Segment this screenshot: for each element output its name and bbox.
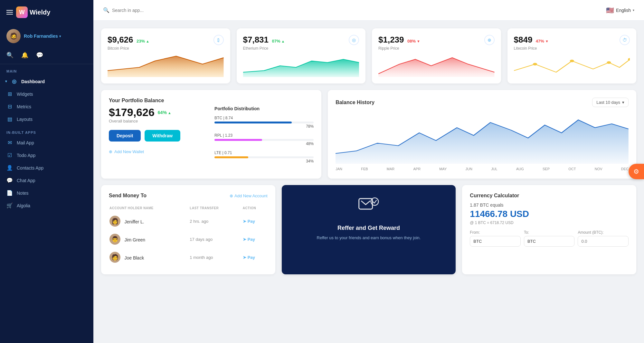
litecoin-icon-btn[interactable]: ⏱: [620, 35, 630, 45]
recipient-avatar: 🧑: [109, 252, 120, 263]
sidebar-item-label: Contacts App: [17, 165, 43, 171]
chevron-down-icon: ▾: [633, 8, 634, 12]
pay-button[interactable]: ➤ Pay: [243, 237, 267, 242]
last-transfer-time: 1 month ago: [190, 249, 242, 266]
currency-selects: From: BTCETHLTCUSD To: BTCETHLTCUSD Amou…: [470, 230, 629, 247]
ripple-chart: [378, 54, 495, 77]
dist-rpl: RPL | 1.23 48%: [214, 133, 314, 146]
plus-circle-icon: ⊕: [109, 149, 112, 154]
settings-fab[interactable]: ⚙: [629, 164, 644, 179]
add-account-link[interactable]: ⊕ Add New Account: [230, 193, 268, 198]
btc-rate: @ 1 BTC = 6718.72 USD: [470, 220, 629, 225]
bitcoin-chart: [108, 54, 224, 77]
amount-group: Amount (BTC):: [578, 230, 629, 247]
bitcoin-price: $9,626: [108, 35, 133, 44]
sidebar-item-mail[interactable]: ✉ Mail App: [0, 136, 93, 149]
svg-marker-0: [108, 56, 224, 77]
sidebar-action-icons: 🔍 🔔 💬: [0, 48, 93, 64]
pay-button[interactable]: ➤ Pay: [243, 255, 267, 260]
dist-title: Portfolio Distribution: [214, 106, 314, 111]
ripple-price: $1,239: [378, 35, 404, 44]
col-account-holder: Account Holder Name: [109, 204, 189, 212]
amount-input[interactable]: [578, 236, 629, 247]
sidebar-item-label: Dashboard: [21, 79, 45, 84]
svg-point-5: [607, 61, 611, 64]
from-label: From:: [470, 230, 521, 235]
send-money-table: Account Holder Name Last Transfer Action…: [109, 204, 268, 267]
ethereum-chart: [243, 54, 359, 77]
refer-icon: [357, 194, 380, 220]
to-label: To:: [524, 230, 575, 235]
ethereum-icon-btn[interactable]: ◎: [349, 35, 359, 45]
sidebar-item-label: Chat App: [17, 178, 35, 183]
message-icon[interactable]: 💬: [36, 52, 43, 59]
currency-calculator-card: Currency Calculator 1.87 BTC equals 1146…: [462, 185, 636, 274]
search-input[interactable]: [112, 8, 601, 13]
balance-history-months: JAN FEB MAR APR MAY JUN JUL AUG SEP OCT …: [336, 165, 629, 171]
language-selector[interactable]: 🇺🇸 English ▾: [606, 6, 634, 14]
send-money-card: Send Money To ⊕ Add New Account Account …: [101, 185, 275, 274]
svg-marker-2: [378, 58, 495, 77]
bitcoin-name: Bitcoin Price: [108, 46, 149, 51]
dashboard: $9,626 23% Bitcoin Price ₿: [93, 21, 644, 343]
balance-history-title: Balance History: [336, 100, 374, 105]
from-currency-select[interactable]: BTCETHLTCUSD: [470, 236, 521, 247]
sidebar-item-dashboard[interactable]: ▾ ◎ Dashboard: [0, 75, 93, 88]
sidebar-item-metrics[interactable]: ⊟ Metrics: [0, 100, 93, 113]
sidebar-item-notes[interactable]: 📄 Notes: [0, 187, 93, 199]
hamburger-icon[interactable]: [6, 10, 13, 15]
pay-button[interactable]: ➤ Pay: [243, 219, 267, 224]
logo-icon: W: [16, 6, 28, 18]
recipient-name: 👩 Jeniffer L.: [109, 212, 189, 230]
notification-icon[interactable]: 🔔: [21, 52, 28, 59]
sidebar-item-todo[interactable]: ☑ Todo App: [0, 149, 93, 162]
sidebar: W Wieldy 🧔 Rob Farnandies 🔍 🔔 💬 Main ▾ ◎…: [0, 0, 93, 343]
bitcoin-icon-btn[interactable]: ₿: [213, 35, 224, 45]
to-currency-select[interactable]: BTCETHLTCUSD: [524, 236, 575, 247]
search-icon[interactable]: 🔍: [6, 52, 14, 59]
algolia-icon: 🛒: [6, 202, 13, 209]
usd-amount: 11466.78 USD: [470, 209, 629, 219]
bottom-row: Send Money To ⊕ Add New Account Account …: [101, 185, 636, 274]
sidebar-item-chat[interactable]: 💬 Chat App: [0, 174, 93, 187]
user-name[interactable]: Rob Farnandies: [24, 34, 61, 39]
sidebar-item-label: Notes: [17, 191, 29, 196]
refer-text: Reffer us to your friends and earn bonus…: [317, 235, 421, 241]
svg-rect-8: [359, 199, 373, 209]
ethereum-card: $7,831 07% Etherium Price ◎: [237, 28, 366, 83]
flag-icon: 🇺🇸: [606, 6, 614, 14]
recipient-avatar: 👩: [109, 216, 120, 227]
sidebar-item-label: Layouts: [17, 117, 33, 122]
balance-history-filter[interactable]: Last 10 days ▾: [592, 98, 629, 107]
sidebar-item-contacts[interactable]: 👤 Contacts App: [0, 162, 93, 174]
btc-equals-label: 1.87 BTC equals: [470, 202, 629, 208]
metrics-icon: ⊟: [6, 103, 13, 110]
sidebar-item-label: Todo App: [17, 153, 35, 158]
to-currency-group: To: BTCETHLTCUSD: [524, 230, 575, 247]
sidebar-item-widgets[interactable]: ⊞ Widgets: [0, 88, 93, 100]
svg-marker-7: [336, 120, 629, 164]
withdraw-button[interactable]: Withdraw: [145, 130, 180, 142]
bitcoin-card: $9,626 23% Bitcoin Price ₿: [101, 28, 230, 83]
chevron-icon: ▾: [5, 79, 7, 83]
deposit-button[interactable]: Deposit: [109, 130, 141, 142]
sidebar-item-algolia[interactable]: 🛒 Algolia: [0, 199, 93, 212]
add-wallet-link[interactable]: ⊕ Add New Wallet: [109, 149, 208, 154]
table-row: 🧑 Joe Black 1 month ago ➤ Pay: [109, 249, 267, 266]
todo-icon: ☑: [6, 152, 13, 158]
amount-label: Amount (BTC):: [578, 230, 629, 235]
ripple-icon-btn[interactable]: ⊕: [484, 35, 495, 45]
bitcoin-change: 23%: [137, 39, 149, 44]
sidebar-item-label: Mail App: [17, 140, 34, 145]
mail-icon: ✉: [6, 140, 13, 146]
last-transfer-time: 17 days ago: [190, 230, 242, 248]
table-row: 👩 Jeniffer L. 2 hrs. ago ➤ Pay: [109, 212, 267, 230]
widgets-icon: ⊞: [6, 91, 13, 97]
last-transfer-time: 2 hrs. ago: [190, 212, 242, 230]
notes-icon: 📄: [6, 190, 13, 196]
litecoin-chart: [514, 54, 630, 77]
sidebar-item-layouts[interactable]: ▤ Layouts: [0, 113, 93, 125]
chevron-down-icon: ▾: [622, 100, 624, 105]
litecoin-name: Litecoin Price: [514, 46, 549, 51]
currency-calc-title: Currency Calculator: [470, 193, 629, 199]
